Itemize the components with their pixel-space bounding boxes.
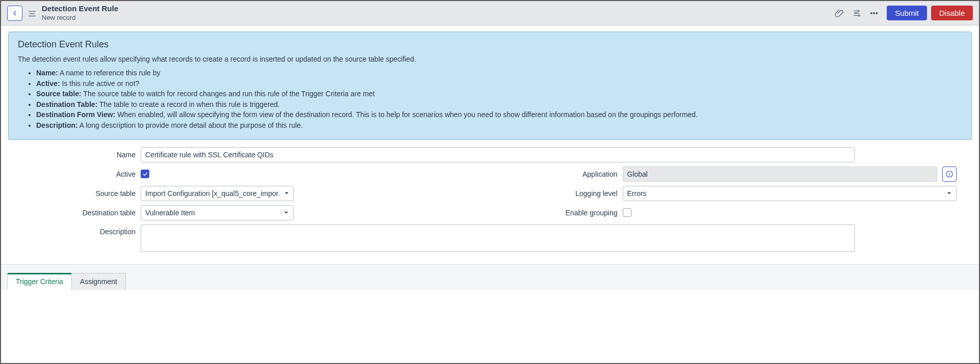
destination-table-select[interactable]: Vulnerable Item <box>141 205 294 220</box>
active-label: Active <box>8 170 141 178</box>
info-item: Destination Table: The table to create a… <box>36 100 962 110</box>
svg-point-2 <box>876 12 878 14</box>
paperclip-icon <box>835 9 844 18</box>
ellipsis-icon <box>869 9 879 18</box>
info-panel-list: Name: A name to reference this rule by A… <box>18 68 962 131</box>
description-textarea[interactable] <box>141 225 855 252</box>
chevron-left-icon <box>11 10 18 17</box>
source-table-input[interactable] <box>141 186 294 201</box>
info-panel-description: The detection event rules allow specifyi… <box>18 55 962 63</box>
form-scroll-area[interactable]: Detection Event Rules The detection even… <box>1 25 979 363</box>
info-panel-title: Detection Event Rules <box>18 39 962 50</box>
svg-point-5 <box>949 172 949 173</box>
destination-table-label: Destination table <box>8 209 141 217</box>
svg-point-1 <box>873 12 875 14</box>
form-header: Detection Event Rule New record Submit D… <box>1 1 979 25</box>
disable-button[interactable]: Disable <box>931 6 973 20</box>
destination-table-value: Vulnerable Item <box>145 209 195 217</box>
form-body: Name Active Application <box>8 147 972 264</box>
name-label: Name <box>8 151 141 159</box>
svg-point-0 <box>871 12 872 14</box>
page-subtitle: New record <box>42 14 118 22</box>
info-icon <box>945 170 953 178</box>
tab-assignment[interactable]: Assignment <box>71 273 126 290</box>
related-tabs: Trigger Criteria Assignment <box>1 264 979 290</box>
info-item: Name: A name to reference this rule by <box>36 68 962 78</box>
page-title: Detection Event Rule <box>42 4 118 13</box>
back-button[interactable] <box>7 6 22 21</box>
tab-trigger-criteria[interactable]: Trigger Criteria <box>7 273 72 290</box>
more-actions-button[interactable] <box>867 7 881 20</box>
enable-grouping-label: Enable grouping <box>490 209 623 217</box>
check-icon <box>142 171 148 177</box>
source-table-label: Source table <box>8 189 141 198</box>
chevron-down-icon <box>283 210 289 215</box>
info-item: Active: Is this rule active or not? <box>36 79 962 89</box>
logging-level-select[interactable]: Errors <box>623 186 957 201</box>
personalize-button[interactable] <box>850 7 863 20</box>
active-checkbox[interactable] <box>141 170 149 178</box>
info-panel: Detection Event Rules The detection even… <box>8 32 972 140</box>
info-item: Destination Form View: When enabled, wil… <box>36 110 962 120</box>
submit-button[interactable]: Submit <box>887 6 927 20</box>
application-label: Application <box>490 170 623 178</box>
info-item: Source table: The source table to watch … <box>36 89 962 99</box>
title-block: Detection Event Rule New record <box>42 4 118 22</box>
list-menu-icon[interactable] <box>28 9 37 17</box>
sliders-icon <box>852 9 861 18</box>
logging-level-value: Errors <box>627 189 647 198</box>
name-input[interactable] <box>141 147 855 162</box>
description-label: Description <box>8 225 141 236</box>
attachment-button[interactable] <box>833 7 846 20</box>
info-item: Description: A long description to provi… <box>36 121 962 131</box>
application-info-button[interactable] <box>942 166 957 182</box>
application-input <box>623 166 937 182</box>
logging-level-label: Logging level <box>490 189 623 198</box>
chevron-down-icon <box>946 190 952 196</box>
enable-grouping-checkbox[interactable] <box>623 208 631 217</box>
